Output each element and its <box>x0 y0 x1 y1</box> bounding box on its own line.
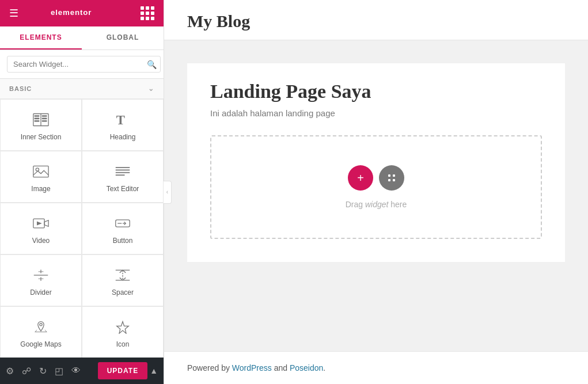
button-icon <box>112 215 133 232</box>
widget-image[interactable]: Image <box>0 151 82 203</box>
widget-search-container: 🔍 <box>0 50 164 79</box>
svg-rect-4 <box>35 118 40 120</box>
sidebar: ☰ elementor ELEMENTS GLOBAL 🔍 BASIC <box>0 0 164 384</box>
svg-point-11 <box>36 168 39 171</box>
section-label-basic: BASIC ⌄ <box>0 79 164 99</box>
toolbar-left-icons: ⚙ ☍ ↻ ◰ 👁 <box>6 366 81 377</box>
widget-google-maps-label: Google Maps <box>20 340 61 348</box>
svg-rect-3 <box>35 115 40 117</box>
sidebar-toolbar: ⚙ ☍ ↻ ◰ 👁 UPDATE ▲ <box>0 358 164 384</box>
update-button[interactable]: UPDATE <box>98 362 147 379</box>
tab-elements[interactable]: ELEMENTS <box>0 26 82 50</box>
image-icon <box>31 163 51 180</box>
svg-marker-18 <box>37 222 42 226</box>
widget-image-label: Image <box>31 185 50 193</box>
elementor-logo: elementor <box>51 6 108 20</box>
search-input[interactable] <box>7 56 161 73</box>
history-icon[interactable]: ↻ <box>39 366 47 377</box>
svg-rect-7 <box>42 118 47 120</box>
add-widget-button[interactable]: + <box>348 165 373 191</box>
widget-icon-label: Icon <box>116 340 130 348</box>
widget-divider-label: Divider <box>30 288 51 296</box>
landing-section: Landing Page Saya Ini adalah halaman lan… <box>187 63 565 262</box>
svg-rect-32 <box>388 174 390 177</box>
drag-handle-button[interactable] <box>379 165 404 191</box>
page-body: Landing Page Saya Ini adalah halaman lan… <box>164 40 588 351</box>
text-editor-icon <box>112 163 133 180</box>
svg-text:elementor: elementor <box>51 8 92 17</box>
poseidon-link[interactable]: Poseidon <box>290 363 323 372</box>
google-maps-icon <box>31 318 51 336</box>
chevron-down-icon[interactable]: ⌄ <box>148 85 154 93</box>
update-arrow-icon[interactable]: ▲ <box>150 366 158 375</box>
widget-inner-section-label: Inner Section <box>21 133 62 141</box>
sidebar-tabs: ELEMENTS GLOBAL <box>0 26 164 50</box>
drop-zone-buttons: + <box>348 165 404 191</box>
svg-text:T: T <box>116 113 125 127</box>
svg-rect-33 <box>393 174 395 177</box>
widget-heading[interactable]: T Heading <box>82 99 164 151</box>
hamburger-icon[interactable]: ☰ <box>9 7 18 20</box>
divider-icon <box>31 267 51 284</box>
widget-icon[interactable]: Icon <box>82 306 164 358</box>
landing-subtitle: Ini adalah halaman landing page <box>210 108 542 118</box>
widget-button-label: Button <box>113 237 133 245</box>
responsive-icon[interactable]: ◰ <box>55 366 63 377</box>
svg-point-30 <box>40 324 42 326</box>
drop-zone[interactable]: + Drag widget here <box>210 135 542 239</box>
widget-video-label: Video <box>32 237 50 245</box>
spacer-icon <box>112 267 133 284</box>
widget-heading-label: Heading <box>110 133 136 141</box>
widget-text-editor-label: Text Editor <box>107 185 139 193</box>
svg-rect-6 <box>42 115 47 117</box>
widget-inner-section[interactable]: Inner Section <box>0 99 82 151</box>
main-content: My Blog Landing Page Saya Ini adalah hal… <box>164 0 588 384</box>
svg-rect-8 <box>42 120 47 122</box>
svg-rect-35 <box>393 179 395 181</box>
page-header: My Blog <box>164 0 588 40</box>
widget-divider[interactable]: Divider <box>0 254 82 306</box>
settings-icon[interactable]: ⚙ <box>6 366 14 377</box>
widget-spacer[interactable]: Spacer <box>82 254 164 306</box>
sidebar-collapse-handle[interactable]: ‹ <box>164 181 172 204</box>
drop-zone-text: Drag widget here <box>346 200 407 209</box>
sidebar-header: ☰ elementor <box>0 0 164 26</box>
svg-rect-10 <box>33 166 48 177</box>
widget-video[interactable]: Video <box>0 203 82 254</box>
apps-grid-icon[interactable] <box>141 6 154 20</box>
page-footer: Powered by WordPress and Poseidon. <box>164 351 588 384</box>
layers-icon[interactable]: ☍ <box>22 366 31 377</box>
preview-icon[interactable]: 👁 <box>71 366 81 376</box>
tab-global[interactable]: GLOBAL <box>82 26 164 50</box>
heading-icon: T <box>112 111 133 128</box>
video-icon <box>31 215 51 232</box>
widget-button[interactable]: Button <box>82 203 164 254</box>
widget-spacer-label: Spacer <box>112 288 134 296</box>
icon-widget-icon <box>112 318 133 336</box>
inner-section-icon <box>31 111 51 128</box>
widget-text-editor[interactable]: Text Editor <box>82 151 164 203</box>
search-icon: 🔍 <box>147 60 157 69</box>
widget-google-maps[interactable]: Google Maps <box>0 306 82 358</box>
svg-rect-34 <box>388 179 390 181</box>
svg-marker-31 <box>117 322 129 334</box>
widget-grid: Inner Section T Heading <box>0 99 164 358</box>
svg-rect-5 <box>35 120 40 122</box>
landing-title: Landing Page Saya <box>210 81 542 102</box>
page-title: My Blog <box>187 12 565 31</box>
svg-marker-17 <box>44 220 48 227</box>
wordpress-link[interactable]: WordPress <box>232 363 272 372</box>
